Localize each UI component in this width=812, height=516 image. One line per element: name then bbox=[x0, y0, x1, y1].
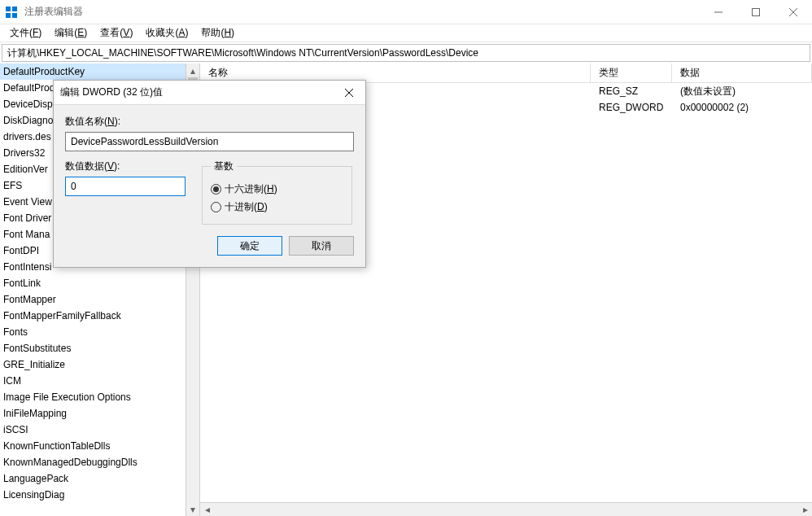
tree-item[interactable]: GRE_Initialize bbox=[0, 356, 199, 373]
minimize-button[interactable] bbox=[700, 0, 737, 24]
close-button[interactable] bbox=[775, 0, 812, 24]
tree-item[interactable]: KnownManagedDebuggingDlls bbox=[0, 454, 199, 470]
tree-item[interactable]: DefaultProductKey bbox=[0, 63, 199, 80]
base-fieldset: 基数 十六进制(H) 十进制(D) bbox=[202, 160, 352, 225]
column-data[interactable]: 数据 bbox=[672, 63, 812, 82]
tree-item[interactable]: Fonts bbox=[0, 324, 199, 340]
tree-item[interactable]: ICM bbox=[0, 373, 199, 389]
tree-item[interactable]: FontLink bbox=[0, 275, 199, 291]
menu-favorites[interactable]: 收藏夹(A) bbox=[139, 24, 194, 42]
list-h-scrollbar[interactable]: ◂ ▸ bbox=[200, 502, 812, 516]
value-name-input[interactable] bbox=[65, 132, 354, 151]
menu-bar: 文件(F) 编辑(E) 查看(V) 收藏夹(A) 帮助(H) bbox=[0, 24, 812, 42]
dialog-title-bar[interactable]: 编辑 DWORD (32 位)值 bbox=[54, 81, 365, 105]
menu-file[interactable]: 文件(F) bbox=[3, 24, 48, 42]
scroll-left-icon[interactable]: ◂ bbox=[200, 503, 214, 516]
tree-item[interactable]: FontMapper bbox=[0, 291, 199, 308]
radio-hex[interactable]: 十六进制(H) bbox=[211, 180, 343, 198]
radio-hex-icon bbox=[211, 184, 221, 195]
radio-dec[interactable]: 十进制(D) bbox=[211, 198, 343, 216]
value-data-input[interactable] bbox=[65, 177, 186, 196]
dialog-close-button[interactable] bbox=[333, 81, 365, 105]
app-icon bbox=[5, 6, 18, 19]
tree-item[interactable]: KnownFunctionTableDlls bbox=[0, 438, 199, 454]
tree-item[interactable]: LanguagePack bbox=[0, 470, 199, 487]
svg-rect-3 bbox=[12, 13, 17, 18]
dialog-title: 编辑 DWORD (32 位)值 bbox=[60, 85, 333, 99]
address-text: 计算机\HKEY_LOCAL_MACHINE\SOFTWARE\Microsof… bbox=[7, 46, 478, 60]
scroll-right-icon[interactable]: ▸ bbox=[798, 503, 812, 516]
menu-edit[interactable]: 编辑(E) bbox=[48, 24, 94, 42]
tree-item[interactable]: Image File Execution Options bbox=[0, 389, 199, 405]
edit-dword-dialog: 编辑 DWORD (32 位)值 数值名称(N): 数值数据(V): 基数 十六… bbox=[53, 80, 366, 268]
radio-hex-label: 十六进制(H) bbox=[225, 182, 277, 196]
scroll-down-icon[interactable]: ▾ bbox=[186, 502, 199, 516]
svg-rect-1 bbox=[12, 7, 17, 11]
value-name-label: 数值名称(N): bbox=[65, 115, 354, 129]
window-title: 注册表编辑器 bbox=[23, 5, 83, 19]
tree-item[interactable]: LicensingDiag bbox=[0, 487, 199, 503]
cell-type: REG_DWORD bbox=[591, 102, 672, 113]
menu-view[interactable]: 查看(V) bbox=[94, 24, 139, 42]
tree-item[interactable]: iSCSI bbox=[0, 422, 199, 438]
svg-rect-5 bbox=[753, 8, 760, 15]
tree-item[interactable]: FontSubstitutes bbox=[0, 340, 199, 356]
ok-button[interactable]: 确定 bbox=[217, 236, 282, 256]
maximize-button[interactable] bbox=[737, 0, 775, 24]
title-bar: 注册表编辑器 bbox=[0, 0, 812, 24]
menu-help[interactable]: 帮助(H) bbox=[194, 24, 241, 42]
radio-dec-icon bbox=[211, 202, 221, 212]
base-legend: 基数 bbox=[211, 160, 237, 173]
tree-item[interactable]: IniFileMapping bbox=[0, 405, 199, 422]
column-type[interactable]: 类型 bbox=[591, 63, 672, 82]
svg-rect-0 bbox=[6, 7, 11, 11]
svg-rect-2 bbox=[6, 13, 11, 18]
radio-dec-label: 十进制(D) bbox=[225, 200, 268, 214]
scroll-up-icon[interactable]: ▴ bbox=[186, 63, 199, 77]
address-bar[interactable]: 计算机\HKEY_LOCAL_MACHINE\SOFTWARE\Microsof… bbox=[2, 44, 810, 62]
value-data-label: 数值数据(V): bbox=[65, 160, 186, 173]
cell-type: REG_SZ bbox=[591, 85, 672, 97]
cancel-button[interactable]: 取消 bbox=[289, 236, 354, 256]
cell-data: 0x00000002 (2) bbox=[672, 102, 812, 113]
cell-data: (数值未设置) bbox=[672, 85, 812, 98]
tree-item[interactable]: FontMapperFamilyFallback bbox=[0, 308, 199, 324]
